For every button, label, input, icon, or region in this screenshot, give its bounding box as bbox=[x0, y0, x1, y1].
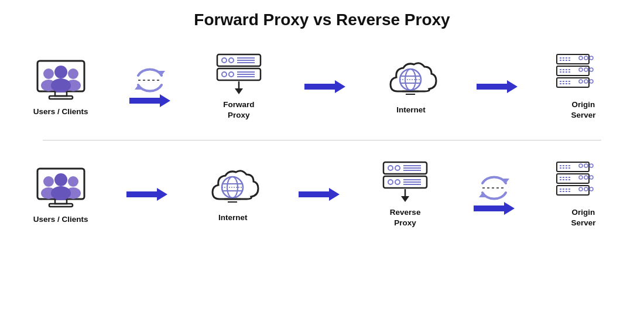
page-title: Forward Proxy vs Reverse Proxy bbox=[194, 11, 450, 29]
arrow-fwdproxy-to-internet bbox=[302, 80, 348, 93]
svg-marker-35 bbox=[477, 80, 518, 93]
svg-point-40 bbox=[584, 56, 588, 60]
users-clients-icon-2 bbox=[35, 164, 87, 211]
node-origin-server-2: OriginServer bbox=[548, 160, 618, 228]
reverse-proxy-row: Users / Clients Internet bbox=[12, 143, 632, 245]
node-forward-proxy: ForwardProxy bbox=[204, 52, 274, 120]
svg-marker-85 bbox=[401, 196, 409, 202]
svg-point-62 bbox=[51, 186, 71, 200]
users-clients-label-1: Users / Clients bbox=[33, 107, 88, 117]
svg-rect-90 bbox=[557, 162, 589, 172]
svg-marker-26 bbox=[235, 88, 243, 94]
svg-point-39 bbox=[579, 56, 583, 60]
svg-point-46 bbox=[584, 68, 588, 71]
svg-point-15 bbox=[229, 58, 234, 63]
internet-icon-2 bbox=[207, 165, 259, 209]
row-divider bbox=[43, 140, 601, 141]
svg-point-52 bbox=[584, 80, 588, 83]
svg-point-5 bbox=[68, 68, 78, 79]
svg-point-7 bbox=[54, 66, 67, 78]
svg-rect-42 bbox=[557, 66, 589, 76]
arrow-users-to-internet-2 bbox=[124, 188, 170, 201]
svg-point-80 bbox=[395, 180, 400, 184]
svg-point-8 bbox=[51, 78, 71, 93]
svg-marker-71 bbox=[299, 188, 340, 201]
node-users-clients-1: Users / Clients bbox=[26, 56, 96, 117]
arrow-internet-to-origin-1 bbox=[474, 80, 520, 93]
blue-arrow-3 bbox=[477, 80, 518, 93]
svg-point-47 bbox=[590, 68, 593, 71]
svg-point-41 bbox=[590, 56, 593, 60]
node-origin-server-1: OriginServer bbox=[548, 52, 618, 120]
users-clients-icon-1 bbox=[35, 56, 87, 103]
svg-rect-102 bbox=[557, 186, 589, 195]
node-users-clients-2: Users / Clients bbox=[26, 164, 96, 225]
forward-proxy-icon bbox=[213, 52, 265, 96]
svg-rect-96 bbox=[557, 174, 589, 183]
svg-point-93 bbox=[579, 164, 583, 167]
svg-marker-89 bbox=[474, 202, 515, 215]
forward-proxy-row: Users / Clients bbox=[12, 35, 632, 138]
svg-point-95 bbox=[590, 164, 593, 167]
node-internet-1: Internet bbox=[376, 57, 446, 115]
forward-proxy-label: ForwardProxy bbox=[223, 100, 254, 120]
svg-marker-12 bbox=[129, 94, 170, 107]
origin-server-icon-1 bbox=[554, 52, 612, 96]
node-internet-2: Internet bbox=[198, 165, 268, 223]
cycle-arrows-icon-2 bbox=[477, 174, 512, 202]
svg-point-51 bbox=[579, 80, 583, 83]
origin-server-icon-2 bbox=[554, 160, 612, 204]
blue-arrow-6 bbox=[474, 202, 515, 215]
arrow-revproxy-to-origin bbox=[468, 174, 520, 215]
svg-point-53 bbox=[590, 80, 593, 83]
svg-point-94 bbox=[584, 164, 588, 167]
svg-point-57 bbox=[43, 176, 54, 187]
svg-point-20 bbox=[222, 72, 227, 77]
internet-label-2: Internet bbox=[218, 213, 248, 223]
svg-rect-48 bbox=[557, 78, 589, 87]
svg-point-3 bbox=[43, 68, 54, 79]
svg-point-107 bbox=[590, 187, 593, 191]
svg-point-73 bbox=[388, 166, 393, 170]
node-reverse-proxy: ReverseProxy bbox=[370, 160, 440, 228]
blue-arrow-5 bbox=[299, 188, 340, 201]
reverse-proxy-icon bbox=[379, 160, 431, 204]
svg-point-14 bbox=[222, 58, 227, 63]
svg-point-61 bbox=[54, 173, 67, 186]
users-clients-label-2: Users / Clients bbox=[33, 214, 88, 225]
internet-label-1: Internet bbox=[396, 105, 426, 115]
svg-point-106 bbox=[584, 187, 588, 191]
svg-point-45 bbox=[579, 68, 583, 71]
svg-rect-2 bbox=[49, 96, 73, 99]
svg-point-101 bbox=[590, 176, 593, 179]
reverse-proxy-label: ReverseProxy bbox=[390, 207, 421, 228]
arrow-users-to-fwdproxy bbox=[124, 66, 176, 107]
svg-point-100 bbox=[584, 176, 588, 179]
blue-arrow-2 bbox=[304, 80, 345, 93]
svg-point-79 bbox=[388, 180, 393, 184]
internet-icon-1 bbox=[385, 57, 437, 101]
blue-arrow-1 bbox=[129, 94, 170, 107]
svg-marker-27 bbox=[304, 80, 345, 93]
cycle-arrows-icon-1 bbox=[132, 66, 167, 94]
svg-point-21 bbox=[229, 72, 234, 77]
svg-point-59 bbox=[68, 176, 78, 187]
origin-server-label-2: OriginServer bbox=[571, 207, 595, 228]
svg-point-74 bbox=[395, 166, 400, 170]
svg-point-105 bbox=[579, 187, 583, 191]
svg-marker-63 bbox=[126, 188, 167, 201]
arrow-internet-to-revproxy bbox=[296, 188, 342, 201]
blue-arrow-4 bbox=[126, 188, 167, 201]
diagram-container: Users / Clients bbox=[12, 35, 632, 245]
origin-server-label-1: OriginServer bbox=[571, 100, 595, 120]
svg-point-99 bbox=[579, 176, 583, 179]
svg-rect-56 bbox=[49, 204, 73, 207]
svg-rect-36 bbox=[557, 54, 589, 64]
